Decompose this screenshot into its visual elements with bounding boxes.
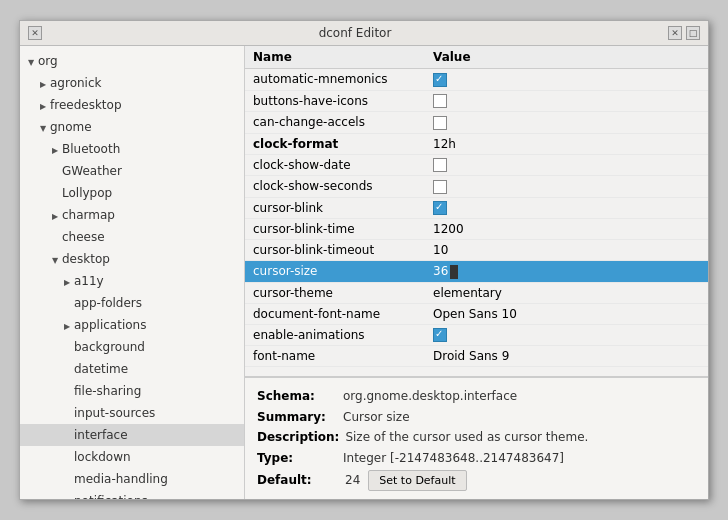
column-header-name: Name	[245, 46, 425, 69]
checkbox-icon	[433, 201, 447, 215]
setting-name: cursor-blink	[245, 197, 425, 219]
sidebar-item-desktop[interactable]: desktop	[20, 248, 244, 270]
setting-name: can-change-accels	[245, 112, 425, 134]
tree-label-agronick: agronick	[50, 76, 101, 90]
schema-label: Schema:	[257, 386, 337, 406]
table-row[interactable]: clock-format12h	[245, 133, 708, 154]
sidebar-item-agronick[interactable]: agronick	[20, 72, 244, 94]
sidebar-item-cheese[interactable]: cheese	[20, 226, 244, 248]
setting-value: 1200	[425, 219, 708, 240]
table-row[interactable]: cursor-blink-timeout10	[245, 240, 708, 261]
table-row[interactable]: clock-show-date	[245, 154, 708, 176]
sidebar-item-Lollypop[interactable]: Lollypop	[20, 182, 244, 204]
setting-value	[425, 69, 708, 91]
tree-label-input-sources: input-sources	[74, 406, 155, 420]
default-row: Default: 24 Set to Default	[257, 470, 696, 491]
setting-value: 10	[425, 240, 708, 261]
sidebar-item-file-sharing[interactable]: file-sharing	[20, 380, 244, 402]
tree-arrow-a11y	[64, 276, 74, 287]
setting-value: 36	[425, 261, 708, 283]
table-row[interactable]: buttons-have-icons	[245, 90, 708, 112]
setting-value: Droid Sans 9	[425, 346, 708, 367]
tree-label-cheese: cheese	[62, 230, 105, 244]
sidebar-item-Bluetooth[interactable]: Bluetooth	[20, 138, 244, 160]
sidebar-item-interface[interactable]: interface	[20, 424, 244, 446]
sidebar-item-applications[interactable]: applications	[20, 314, 244, 336]
content-area: Name Value automatic-mnemonicsbuttons-ha…	[245, 46, 708, 499]
sidebar-item-input-sources[interactable]: input-sources	[20, 402, 244, 424]
description-row: Description: Size of the cursor used as …	[257, 427, 696, 447]
tree-label-charmap: charmap	[62, 208, 115, 222]
settings-table-container: Name Value automatic-mnemonicsbuttons-ha…	[245, 46, 708, 377]
setting-name: clock-show-seconds	[245, 176, 425, 198]
setting-name: clock-show-date	[245, 154, 425, 176]
sidebar-item-charmap[interactable]: charmap	[20, 204, 244, 226]
tree-label-gnome: gnome	[50, 120, 92, 134]
sidebar-item-GWeather[interactable]: GWeather	[20, 160, 244, 182]
table-row[interactable]: cursor-blink	[245, 197, 708, 219]
sidebar-item-notifications[interactable]: notifications	[20, 490, 244, 499]
sidebar-item-lockdown[interactable]: lockdown	[20, 446, 244, 468]
sidebar-item-a11y[interactable]: a11y	[20, 270, 244, 292]
table-row[interactable]: clock-show-seconds	[245, 176, 708, 198]
sidebar-item-background[interactable]: background	[20, 336, 244, 358]
type-row: Type: Integer [-2147483648..2147483647]	[257, 448, 696, 468]
summary-value: Cursor size	[343, 407, 410, 427]
setting-name: cursor-size	[245, 261, 425, 283]
setting-name: buttons-have-icons	[245, 90, 425, 112]
table-row[interactable]: font-nameDroid Sans 9	[245, 346, 708, 367]
description-value: Size of the cursor used as cursor theme.	[345, 427, 588, 447]
sidebar-item-app-folders[interactable]: app-folders	[20, 292, 244, 314]
schema-value: org.gnome.desktop.interface	[343, 386, 517, 406]
tree-arrow-freedesktop	[40, 100, 50, 111]
setting-value	[425, 197, 708, 219]
settings-table: Name Value automatic-mnemonicsbuttons-ha…	[245, 46, 708, 367]
checkbox-icon	[433, 94, 447, 108]
sidebar: orgagronickfreedesktopgnomeBluetoothGWea…	[20, 46, 245, 499]
tree-arrow-gnome	[40, 122, 50, 133]
tree-arrow-applications	[64, 320, 74, 331]
table-row[interactable]: can-change-accels	[245, 112, 708, 134]
setting-value: Open Sans 10	[425, 303, 708, 324]
close-button-right[interactable]: ✕	[668, 26, 682, 40]
setting-value	[425, 90, 708, 112]
set-default-button[interactable]: Set to Default	[368, 470, 466, 491]
setting-value	[425, 324, 708, 346]
setting-value: 12h	[425, 133, 708, 154]
checkbox-icon	[433, 328, 447, 342]
setting-name: font-name	[245, 346, 425, 367]
column-header-value: Value	[425, 46, 708, 69]
tree-label-file-sharing: file-sharing	[74, 384, 141, 398]
main-window: ✕ dconf Editor ✕ □ orgagronickfreedeskto…	[19, 20, 709, 500]
sidebar-item-freedesktop[interactable]: freedesktop	[20, 94, 244, 116]
table-row[interactable]: cursor-blink-time1200	[245, 219, 708, 240]
setting-name: enable-animations	[245, 324, 425, 346]
text-cursor-icon	[450, 265, 458, 279]
schema-row: Schema: org.gnome.desktop.interface	[257, 386, 696, 406]
table-row[interactable]: document-font-nameOpen Sans 10	[245, 303, 708, 324]
tree-label-desktop: desktop	[62, 252, 110, 266]
main-area: orgagronickfreedesktopgnomeBluetoothGWea…	[20, 46, 708, 499]
tree-label-notifications: notifications	[74, 494, 148, 499]
type-value: Integer [-2147483648..2147483647]	[343, 448, 564, 468]
table-row[interactable]: cursor-size36	[245, 261, 708, 283]
tree-label-applications: applications	[74, 318, 146, 332]
checkbox-icon	[433, 73, 447, 87]
info-panel: Schema: org.gnome.desktop.interface Summ…	[245, 377, 708, 499]
table-row[interactable]: enable-animations	[245, 324, 708, 346]
table-row[interactable]: cursor-themeelementary	[245, 282, 708, 303]
setting-name: cursor-theme	[245, 282, 425, 303]
table-row[interactable]: automatic-mnemonics	[245, 69, 708, 91]
maximize-button[interactable]: □	[686, 26, 700, 40]
tree-label-datetime: datetime	[74, 362, 128, 376]
sidebar-item-org[interactable]: org	[20, 50, 244, 72]
setting-name: automatic-mnemonics	[245, 69, 425, 91]
sidebar-item-media-handling[interactable]: media-handling	[20, 468, 244, 490]
titlebar: ✕ dconf Editor ✕ □	[20, 21, 708, 46]
close-button[interactable]: ✕	[28, 26, 42, 40]
tree-label-org: org	[38, 54, 58, 68]
sidebar-item-datetime[interactable]: datetime	[20, 358, 244, 380]
tree-arrow-charmap	[52, 210, 62, 221]
sidebar-item-gnome[interactable]: gnome	[20, 116, 244, 138]
setting-value: elementary	[425, 282, 708, 303]
